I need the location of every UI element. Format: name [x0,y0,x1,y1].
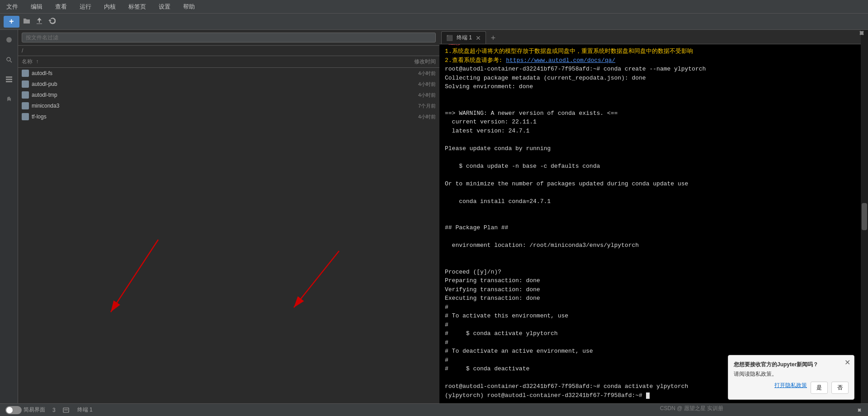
terminal-update-cmd: $ conda update -n base -c defaults conda [445,162,855,171]
terminal-blank1 [445,91,855,100]
notification-popup: ✕ 您想要接收官方的Jupyter新闻吗？ 请阅读隐私政策。 打开隐私政策 是 … [728,355,854,400]
file-modified-time: 4小时前 [400,70,436,77]
file-item[interactable]: miniconda3 7个月前 [18,100,439,111]
file-item[interactable]: autodl-fs 4小时前 [18,68,439,79]
terminal-verifying: Verifying transaction: done [445,285,855,294]
terminal-container: ⬛ 终端 1 ✕ + ─────────────────────────────… [439,30,861,403]
terminal-hash1: # [445,303,855,312]
menu-edit[interactable]: 编辑 [28,2,45,12]
terminal-activate-cmd: # $ conda activate ylpytorch [445,329,855,338]
tab-bar: ⬛ 终端 1 ✕ + [439,30,861,44]
menu-settings[interactable]: 设置 [156,2,173,12]
terminal-count: 终端 1 [77,406,93,414]
sidebar-icon-extensions[interactable] [3,93,15,106]
top-right-settings[interactable] [858,30,865,39]
menu-tabs[interactable]: 标签页 [126,2,149,12]
terminal-proceed: Proceed ([y]/n)? [445,268,855,277]
sidebar-icon-search[interactable] [3,53,15,66]
sidebar-icon-files[interactable] [3,33,15,46]
file-list: autodl-fs 4小时前 autodl-pub 4小时前 autodl-tm… [18,68,439,122]
terminal-line-collecting: Collecting package metadata (current_rep… [445,74,855,83]
terminal-cmd1: root@autodl-container-d32241bf67-7f958af… [445,65,855,74]
terminal-tab-1[interactable]: ⬛ 终端 1 ✕ [441,31,486,44]
terminal-hash2: # [445,321,855,330]
terminal-executing: Executing transaction: done [445,294,855,303]
search-input[interactable] [22,33,436,43]
terminal-content[interactable]: ────────────────────────────────────────… [439,44,861,403]
col-header-modified[interactable]: 修改时间 [400,58,436,66]
terminal-latest-ver: latest version: 24.7.1 [445,127,855,136]
mode-toggle[interactable]: 简易界面 [5,406,45,414]
folder-icon [22,70,29,77]
popup-close-button[interactable]: ✕ [844,358,850,367]
col-header-name[interactable]: 名称 ↑ [22,58,400,66]
terminal-activate-msg: # To activate this environment, use [445,312,855,321]
svg-rect-8 [6,79,12,80]
new-tab-button[interactable]: + [488,33,499,44]
terminal-blank10 [445,250,855,259]
file-name: autodl-fs [32,70,400,76]
terminal-install-cmd: conda install conda=24.7.1 [445,197,855,206]
folder-icon [22,113,29,120]
simple-mode-toggle[interactable] [5,406,22,414]
menu-help[interactable]: 帮助 [180,2,198,12]
terminal-blank3 [445,135,855,144]
menu-file[interactable]: 文件 [4,2,21,12]
terminal-blank6 [445,188,855,197]
badge-number: 3 [52,407,56,413]
file-name: autodl-pub [32,81,400,87]
popup-subtitle: 请阅读隐私政策。 [734,370,849,378]
folder-icon [22,102,29,109]
terminal-preparing: Preparing transaction: done [445,276,855,285]
file-modified-time: 4小时前 [400,92,436,99]
upload-icon-btn[interactable] [34,15,45,28]
svg-rect-7 [6,76,12,78]
file-item[interactable]: tf-logs 4小时前 [18,111,439,122]
file-name: miniconda3 [32,103,400,109]
terminal-blank7 [445,206,855,215]
terminal-blank11 [445,259,855,268]
sidebar-icon-strip [0,30,18,403]
popup-no-button[interactable]: 否 [831,382,849,394]
svg-rect-9 [6,81,12,82]
sidebar-icon-table[interactable] [3,73,15,86]
popup-buttons: 打开隐私政策 是 否 [734,382,849,394]
right-settings-icon[interactable] [856,407,863,413]
svg-line-6 [10,61,12,63]
menu-kernel[interactable]: 内核 [101,2,118,12]
file-item[interactable]: autodl-pub 4小时前 [18,79,439,90]
file-list-header: 名称 ↑ 修改时间 [18,56,439,68]
file-name: tf-logs [32,113,400,120]
new-button[interactable]: + [4,16,19,28]
disk-icon[interactable] [63,407,69,413]
terminal-deactivate-msg: # To deactivate an active environment, u… [445,347,855,356]
refresh-icon-btn[interactable] [47,15,57,28]
file-modified-time: 7个月前 [400,103,436,109]
terminal-pkg-plan: ## Package Plan ## [445,223,855,232]
main-layout: / 名称 ↑ 修改时间 autodl-fs 4小时前 autodl-pub 4小… [0,30,868,403]
status-bar: 简易界面 3 终端 1 [0,403,868,416]
svg-point-5 [7,57,10,61]
terminal-blank9 [445,232,855,241]
terminal-line-solving: Solving environment: done [445,82,855,91]
terminal-update-msg: Please update conda by running [445,144,855,153]
watermark: CSDN @ 愿望之星 实训册 [660,405,723,412]
mode-label: 简易界面 [24,406,45,414]
popup-privacy-link[interactable]: 打开隐私政策 [774,382,807,394]
terminal-blank5 [445,170,855,180]
badge-count: 3 [52,407,56,413]
file-browser-panel: / 名称 ↑ 修改时间 autodl-fs 4小时前 autodl-pub 4小… [18,30,439,403]
popup-yes-button[interactable]: 是 [811,382,828,394]
menu-view[interactable]: 查看 [52,2,70,12]
folder-icon-btn[interactable] [21,15,32,28]
terminal-warning-header: ==> WARNING: A newer version of conda ex… [445,109,855,118]
file-item[interactable]: autodl-tmp 4小时前 [18,90,439,100]
tab-close-button[interactable]: ✕ [476,34,481,42]
menu-run[interactable]: 运行 [77,2,94,12]
toolbar: + [0,14,868,30]
breadcrumb: / [18,46,439,56]
terminal-notice-2: 2.查看系统盘请参考: https://www.autodl.com/docs/… [445,56,855,65]
terminal-current-ver: current version: 22.11.1 [445,118,855,127]
file-modified-time: 4小时前 [400,81,436,88]
terminal-tab-icon: ⬛ [446,35,453,41]
